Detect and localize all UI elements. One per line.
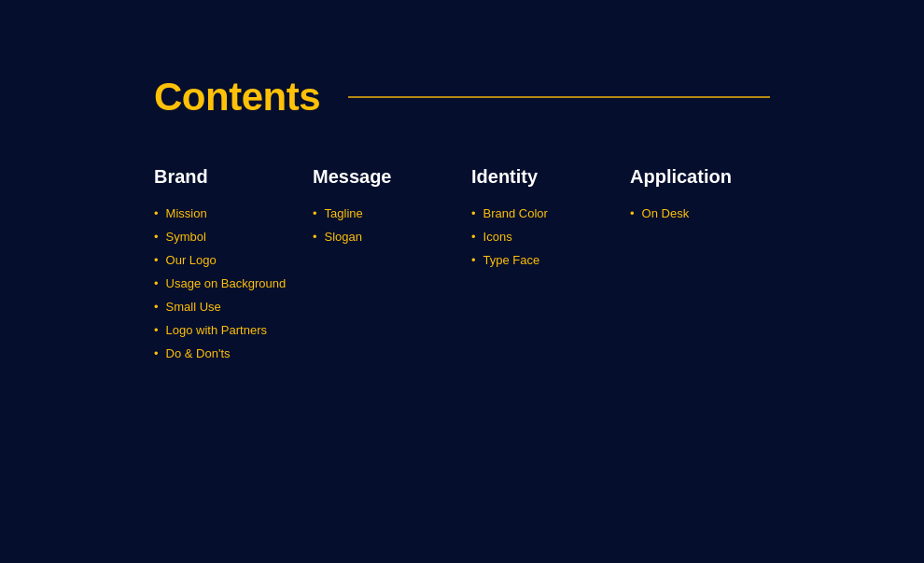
column-title-message: Message: [313, 166, 453, 188]
column-title-application: Application: [630, 166, 770, 188]
list-item: Mission: [154, 206, 294, 220]
list-item: Icons: [471, 230, 611, 244]
column-items-identity: Brand ColorIconsType Face: [471, 206, 611, 267]
list-item: Usage on Background: [154, 276, 294, 290]
column-items-brand: MissionSymbolOur LogoUsage on Background…: [154, 206, 294, 360]
columns-section: BrandMissionSymbolOur LogoUsage on Backg…: [154, 166, 770, 360]
column-items-application: On Desk: [630, 206, 770, 220]
header-section: Contents: [154, 75, 770, 120]
list-item: Slogan: [313, 230, 453, 244]
header-divider: [348, 96, 770, 98]
column-title-brand: Brand: [154, 166, 294, 188]
list-item: Symbol: [154, 230, 294, 244]
page-container: Contents BrandMissionSymbolOur LogoUsage…: [0, 0, 924, 563]
column-items-message: TaglineSlogan: [313, 206, 453, 244]
column-brand: BrandMissionSymbolOur LogoUsage on Backg…: [154, 166, 294, 360]
list-item: Brand Color: [471, 206, 611, 220]
list-item: Small Use: [154, 300, 294, 314]
column-message: MessageTaglineSlogan: [313, 166, 453, 360]
list-item: Type Face: [471, 253, 611, 267]
column-application: ApplicationOn Desk: [630, 166, 770, 360]
list-item: On Desk: [630, 206, 770, 220]
list-item: Do & Don'ts: [154, 346, 294, 360]
column-title-identity: Identity: [471, 166, 611, 188]
list-item: Tagline: [313, 206, 453, 220]
list-item: Logo with Partners: [154, 323, 294, 337]
list-item: Our Logo: [154, 253, 294, 267]
page-title: Contents: [154, 75, 320, 120]
column-identity: IdentityBrand ColorIconsType Face: [471, 166, 611, 360]
